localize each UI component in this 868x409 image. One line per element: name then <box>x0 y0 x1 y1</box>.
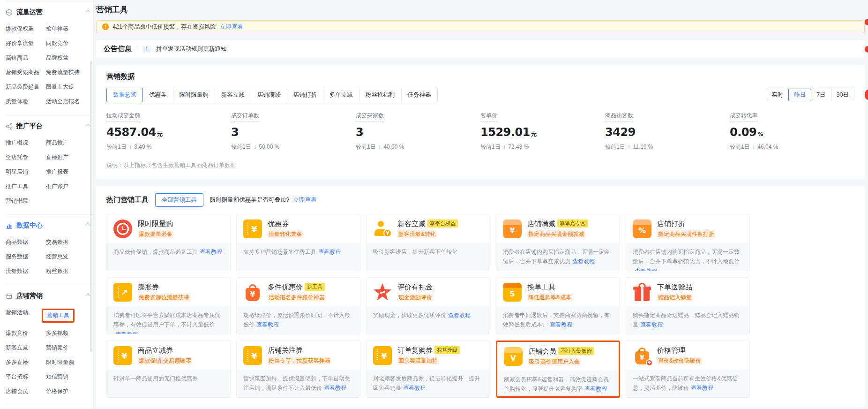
sidebar-item-活动全店报名[interactable]: 活动全店报名 <box>46 94 93 109</box>
sidebar-item-直播推广[interactable]: 直播推广 <box>46 150 93 165</box>
sidebar-scrollbar[interactable] <box>90 61 92 352</box>
tutorial-link[interactable]: 查看教程 <box>115 331 138 334</box>
sidebar-item-爆款保权重[interactable]: 爆款保权重 <box>6 22 46 36</box>
sidebar-item-限时限量购[interactable]: 限时限量购 <box>46 355 93 370</box>
sidebar-item-营销竞价[interactable]: 营销竞价 <box>46 341 93 355</box>
tutorial-link[interactable]: 查看教程 <box>635 268 657 271</box>
stat-label: 成交买家数 <box>356 112 384 121</box>
tool-card-新客立减[interactable]: ¥新客立减享平台权益新客流量&转化吸引新客进店，提升新客下单转化 <box>366 214 490 271</box>
sidebar-item-推广报表[interactable]: 推广报表 <box>46 165 93 179</box>
alert-view-link[interactable]: 立即查看 <box>220 23 243 31</box>
sidebar-item-好价拿流量[interactable]: 好价拿流量 <box>6 36 46 51</box>
sidebar-item-服务数据[interactable]: 服务数据 <box>6 250 46 264</box>
tutorial-link[interactable]: 查看教程 <box>640 321 663 328</box>
tab-新客立减[interactable]: 新客立减 <box>215 88 251 102</box>
sidebar-item-营销书院[interactable]: 营销书院 <box>6 194 46 208</box>
sidebar-item-商品数据[interactable]: 商品数据 <box>6 235 46 250</box>
all-tools-button[interactable]: 全部营销工具 <box>155 193 203 207</box>
sidebar-section-header-4[interactable]: 商家权益保护 <box>6 405 93 409</box>
tutorial-link[interactable]: 查看教程 <box>256 321 279 328</box>
tool-card-top: ¥¥价格管理查价&改价防破价 <box>626 341 749 370</box>
sidebar-item-推广工具[interactable]: 推广工具 <box>6 179 46 194</box>
announcement-item[interactable]: 拼单返现活动规则更新通知 <box>156 45 226 53</box>
tool-card-多件优惠价[interactable]: ¥多件优惠价新工具活动报名多件跟价神器规格级跟价，灵活设置跟价时间，不计入最低价… <box>236 277 360 334</box>
sidebar-item-多多视频[interactable]: 多多视频 <box>46 326 93 341</box>
sidebar-item-抢单神器[interactable]: 抢单神器 <box>46 22 93 36</box>
stack-question-link[interactable]: 立即查看 <box>293 196 316 204</box>
time-filter-30日[interactable]: 30日 <box>831 89 854 101</box>
tutorial-link[interactable]: 查看教程 <box>572 258 595 265</box>
sidebar-item-流量数据[interactable]: 流量数据 <box>6 264 46 279</box>
tab-限时限量购[interactable]: 限时限量购 <box>173 88 216 102</box>
sidebar-item-交易数据[interactable]: 交易数据 <box>46 235 93 250</box>
tutorial-link[interactable]: 查看教程 <box>691 385 713 391</box>
time-filter-7日[interactable]: 7日 <box>811 89 831 101</box>
chevron-up-icon[interactable] <box>86 223 90 228</box>
sidebar-item-短信营销[interactable]: 短信营销 <box>46 370 93 384</box>
sidebar-item-同款竞价[interactable]: 同款竞价 <box>46 36 93 51</box>
active-item-highlight-box: 营销工具 <box>42 309 75 323</box>
tutorial-link[interactable]: 查看教程 <box>318 249 341 255</box>
sidebar-item-营销活动[interactable]: 营销活动 <box>6 305 46 326</box>
sidebar-item-质量体验[interactable]: 质量体验 <box>6 94 46 109</box>
sidebar-item-新客立减[interactable]: 新客立减 <box>6 341 46 355</box>
sidebar-item-爆款竞价[interactable]: 爆款竞价 <box>6 326 46 341</box>
tool-card-评价有礼金[interactable]: 评价有礼金现金激励评价奖励现金，获取更多优质评价查看教程 <box>366 277 490 334</box>
sidebar-section-header-1[interactable]: 推广平台 <box>6 115 93 136</box>
tool-card-下单送赠品[interactable]: 下单送赠品赠品记入销量购买指定商品附送赠品，赠品会记入赠品销量查看教程 <box>626 277 750 334</box>
sidebar-item-推广概况[interactable]: 推广概况 <box>6 136 46 150</box>
sidebar-item-经营总览[interactable]: 经营总览 <box>46 250 93 264</box>
tool-subtitle-wrap: 现金激励评价 <box>397 291 433 302</box>
sidebar-item-限量上大促[interactable]: 限量上大促 <box>46 80 93 94</box>
sidebar-item-多多直播[interactable]: 多多直播 <box>6 355 46 370</box>
tool-card-订单复购券[interactable]: ¥订单复购券权益升级回头客流量加持对老顾客发放商品券，促进转化提升，提升回头客销… <box>366 341 490 398</box>
stat-value: 3 <box>356 126 480 139</box>
tool-card-限时限量购[interactable]: 限时限量购爆款提单必备商品低价促销，爆款商品必备工具查看教程 <box>106 214 231 271</box>
sidebar-item-推广账户[interactable]: 推广账户 <box>46 179 93 194</box>
tool-subtitle: 新客流量&转化 <box>397 230 437 238</box>
tool-card-优惠券[interactable]: ¥优惠券流量转化兼备支持多种营销场景的优秀工具查看教程 <box>236 214 360 271</box>
sidebar-item-新品免费起量[interactable]: 新品免费起量 <box>6 80 46 94</box>
tutorial-link[interactable]: 查看教程 <box>448 312 471 318</box>
chevron-up-icon[interactable] <box>86 294 90 298</box>
chevron-up-icon[interactable] <box>86 10 90 15</box>
tool-card-店铺会员[interactable]: V店铺会员不计入最低价吸引高价值用户入会商家会员招募&运营利器，高效促进新会员首… <box>496 341 620 398</box>
tool-card-店铺满减[interactable]: ¥店铺满减享曝光专区指定商品买满金额就减消费者在店铺内购买指定商品，买满一定金额… <box>496 214 620 271</box>
sidebar-item-品牌权益[interactable]: 品牌权益 <box>46 51 93 65</box>
tab-优惠券[interactable]: 优惠券 <box>142 88 173 102</box>
tutorial-link[interactable]: 查看教程 <box>200 249 222 255</box>
tab-数据总览[interactable]: 数据总览 <box>106 88 143 102</box>
tool-card-挽单工具[interactable]: S挽单工具降低退款率&成本消费者申请退款后，支持商家协商挽留，有效降低售后成本。… <box>496 277 620 334</box>
sidebar-item-明星店铺[interactable]: 明星店铺 <box>6 165 46 179</box>
tool-card-价格管理[interactable]: ¥¥价格管理查价&改价防破价一站式查看商品当前所有生效价格&优惠信息，灵活调价，… <box>626 341 750 398</box>
sidebar-item-店铺会员[interactable]: 店铺会员 <box>6 384 46 399</box>
chevron-up-icon[interactable] <box>86 124 90 129</box>
tutorial-link[interactable]: 查看教程 <box>584 386 607 392</box>
time-filter-实时[interactable]: 实时 <box>766 89 789 101</box>
tool-card-商品立减券[interactable]: ¥商品立减券爆款促销-交易额破零针对单一商品使用的无门槛优惠券 <box>106 341 231 398</box>
tool-card-膨胀券[interactable]: ↗膨胀券免费资源位流量扶持消费者可以将平台券膨胀成本店商品专属优惠券，有效促进用… <box>106 277 231 334</box>
tutorial-link[interactable]: 查看教程 <box>324 385 346 391</box>
tutorial-link[interactable]: 查看教程 <box>403 385 426 391</box>
time-filter-昨日[interactable]: 昨日 <box>788 89 811 101</box>
sidebar-item-粉丝数据[interactable]: 粉丝数据 <box>46 264 93 279</box>
sidebar-item-营销工具[interactable]: 营销工具 <box>46 305 93 326</box>
tab-任务神器[interactable]: 任务神器 <box>401 88 438 102</box>
sidebar-section-header-3[interactable]: 店铺营销 <box>6 285 93 305</box>
sidebar-item-免费流量扶持[interactable]: 免费流量扶持 <box>46 65 93 80</box>
tab-店铺打折[interactable]: 店铺打折 <box>287 88 323 102</box>
tool-card-店铺关注券[interactable]: ¥店铺关注券粉丝专享，拉新获客神器营销氛围加持，提供流量倾斜，下单自动关注店铺，… <box>236 341 360 398</box>
sidebar-item-全店托管[interactable]: 全店托管 <box>6 150 46 165</box>
sidebar-item-平台招标[interactable]: 平台招标 <box>6 370 46 384</box>
tutorial-link[interactable]: 查看教程 <box>550 321 572 328</box>
sidebar-item-商品推广[interactable]: 商品推广 <box>46 136 93 150</box>
sidebar-item-高价商品[interactable]: 高价商品 <box>6 51 46 65</box>
tab-多单立减[interactable]: 多单立减 <box>323 88 359 102</box>
sidebar-item-价格保护[interactable]: 价格保护 <box>46 384 93 399</box>
tab-店铺满减[interactable]: 店铺满减 <box>251 88 287 102</box>
sidebar-item-营销受限商品[interactable]: 营销受限商品 <box>6 65 46 80</box>
sidebar-section-header-2[interactable]: 数据中心 <box>6 215 93 235</box>
sidebar-section-header-0[interactable]: 流量运营 <box>6 1 93 22</box>
tab-粉丝抢福利[interactable]: 粉丝抢福利 <box>359 88 402 102</box>
tool-card-店铺打折[interactable]: %店铺打折指定商品买满件数打折消费者在店铺内购买指定商品，买满一定数量后，合并下… <box>626 214 750 271</box>
